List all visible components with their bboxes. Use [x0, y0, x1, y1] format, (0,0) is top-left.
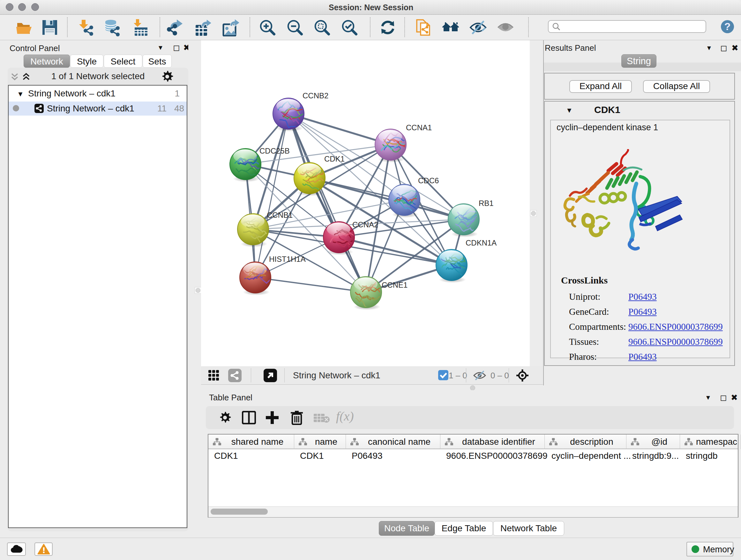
svg-text:HIST1H1A: HIST1H1A [269, 255, 306, 263]
svg-text:CDC25B: CDC25B [259, 146, 290, 155]
svg-text:CCNB1: CCNB1 [267, 211, 293, 219]
svg-text:CDK1: CDK1 [324, 154, 345, 163]
svg-text:CCNA2: CCNA2 [352, 220, 378, 229]
svg-text:CCNA1: CCNA1 [406, 123, 432, 132]
svg-text:CCNB2: CCNB2 [302, 91, 328, 100]
svg-text:CDKN1A: CDKN1A [466, 239, 496, 247]
svg-text:RB1: RB1 [479, 199, 494, 207]
svg-text:CCNE1: CCNE1 [382, 281, 408, 289]
svg-text:CDC6: CDC6 [418, 176, 439, 185]
